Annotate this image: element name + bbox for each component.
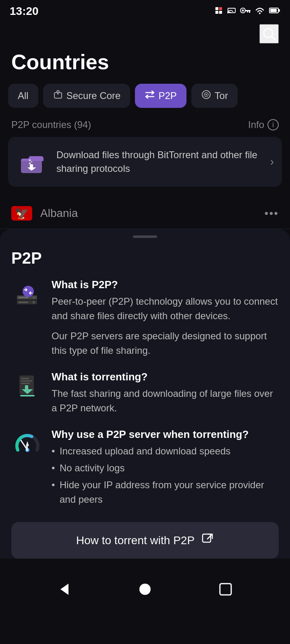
tab-p2p[interactable]: P2P [135, 84, 186, 108]
svg-rect-39 [20, 395, 35, 396]
battery-icon [269, 7, 280, 16]
bullet-2: No activity logs [52, 461, 279, 475]
svg-rect-8 [245, 10, 251, 11]
svg-rect-37 [21, 383, 30, 384]
info-item-why-p2p-title: Why use a P2P server when torrenting? [52, 428, 279, 441]
svg-point-18 [57, 93, 59, 95]
info-button[interactable]: Info i [248, 119, 279, 130]
svg-rect-1 [219, 7, 222, 10]
svg-rect-35 [21, 378, 29, 379]
section-header: P2P countries (94) Info i [0, 119, 290, 137]
why-p2p-bullets: Increased upload and download speeds No … [52, 444, 279, 507]
info-item-torrenting-content: What is torrenting? The fast sharing and… [52, 371, 279, 415]
cta-button-text: How to torrent with P2P [76, 534, 195, 547]
tab-tor[interactable]: Tor [191, 84, 238, 108]
svg-rect-14 [278, 9, 280, 12]
sheet-title: P2P [11, 249, 279, 267]
cta-button[interactable]: How to torrent with P2P [11, 522, 279, 559]
chevron-right-icon: › [270, 155, 274, 168]
svg-rect-2 [215, 10, 218, 13]
svg-rect-13 [270, 9, 277, 12]
albania-flag: 🦅 [11, 206, 32, 221]
info-item-why-p2p-content: Why use a P2P server when torrenting? In… [52, 428, 279, 509]
svg-marker-45 [60, 584, 68, 595]
svg-rect-31 [19, 297, 28, 298]
svg-rect-32 [19, 301, 28, 303]
bullet-3: Hide your IP address from your service p… [52, 478, 279, 507]
section-label: P2P countries (94) [11, 119, 91, 130]
svg-point-21 [205, 94, 207, 95]
bottom-sheet: P2P What is P2P? Peer-to-peer (P2P) t [0, 229, 290, 559]
info-card[interactable]: Download files through BitTorrent and ot… [8, 137, 282, 187]
svg-point-33 [23, 286, 34, 297]
status-time: 13:20 [10, 5, 39, 18]
tab-secure-core-label: Secure Core [66, 90, 121, 101]
status-bar: 13:20 [0, 0, 290, 21]
bottom-nav [0, 570, 290, 609]
info-card-text: Download files through BitTorrent and ot… [56, 148, 262, 175]
nav-back-icon[interactable] [55, 580, 74, 599]
speed-icon [11, 428, 44, 460]
info-label: Info [248, 119, 264, 130]
p2p-server-icon [11, 279, 44, 311]
svg-rect-10 [247, 11, 248, 12]
svg-point-30 [33, 301, 35, 303]
svg-point-29 [33, 296, 35, 299]
cast-icon [227, 6, 236, 17]
info-item-torrenting: What is torrenting? The fast sharing and… [11, 371, 279, 415]
secure-core-icon [53, 89, 63, 102]
svg-rect-25 [29, 163, 31, 164]
svg-line-16 [271, 36, 275, 40]
info-item-p2p-subtext: Our P2P servers are specially designed t… [52, 329, 279, 358]
svg-rect-36 [21, 380, 32, 382]
svg-rect-24 [31, 161, 32, 163]
sheet-handle [133, 235, 157, 238]
svg-rect-9 [249, 11, 250, 13]
tor-icon [201, 89, 211, 102]
albania-eagle-icon: 🦅 [15, 207, 29, 220]
wifi-icon [255, 6, 265, 17]
info-item-p2p-content: What is P2P? Peer-to-peer (P2P) technolo… [52, 279, 279, 358]
svg-point-5 [227, 12, 229, 13]
info-item-torrenting-title: What is torrenting? [52, 371, 279, 383]
tab-all-label: All [18, 90, 29, 101]
bullet-1: Increased upload and download speeds [52, 444, 279, 458]
info-item-p2p-text: Peer-to-peer (P2P) technology allows you… [52, 294, 279, 323]
country-name-albania: Albania [40, 207, 257, 220]
country-row-albania[interactable]: 🦅 Albania ••• [0, 198, 290, 229]
nav-home-icon[interactable] [135, 580, 155, 599]
tab-p2p-label: P2P [158, 90, 176, 101]
bittorrent-icon [16, 146, 48, 178]
tab-all[interactable]: All [8, 84, 38, 108]
top-bar [0, 21, 290, 47]
more-options-icon[interactable]: ••• [265, 207, 279, 220]
info-item-torrenting-text: The fast sharing and downloading of larg… [52, 386, 279, 415]
page-title: Countries [0, 47, 290, 84]
svg-point-7 [242, 9, 244, 11]
filter-tabs: All Secure Core P2P Tor [0, 84, 290, 119]
p2p-icon [145, 89, 155, 102]
info-item-p2p: What is P2P? Peer-to-peer (P2P) technolo… [11, 279, 279, 358]
external-link-icon [201, 533, 214, 548]
svg-rect-3 [219, 10, 222, 13]
svg-rect-0 [215, 7, 218, 10]
tab-tor-label: Tor [215, 90, 228, 101]
torrent-icon [11, 371, 44, 403]
svg-point-46 [139, 584, 151, 595]
tab-secure-core[interactable]: Secure Core [43, 84, 130, 108]
info-item-p2p-title: What is P2P? [52, 279, 279, 291]
vpn-key-icon [240, 7, 251, 16]
status-icons [214, 6, 280, 17]
svg-rect-23 [29, 159, 31, 161]
info-item-why-p2p: Why use a P2P server when torrenting? In… [11, 428, 279, 509]
notification-icon [214, 6, 223, 17]
svg-rect-47 [220, 584, 231, 595]
nav-square-icon[interactable] [216, 580, 235, 599]
search-button[interactable] [259, 24, 279, 43]
svg-line-44 [207, 534, 212, 539]
svg-rect-43 [203, 534, 211, 542]
svg-point-11 [259, 12, 261, 14]
info-circle-icon: i [267, 119, 279, 130]
